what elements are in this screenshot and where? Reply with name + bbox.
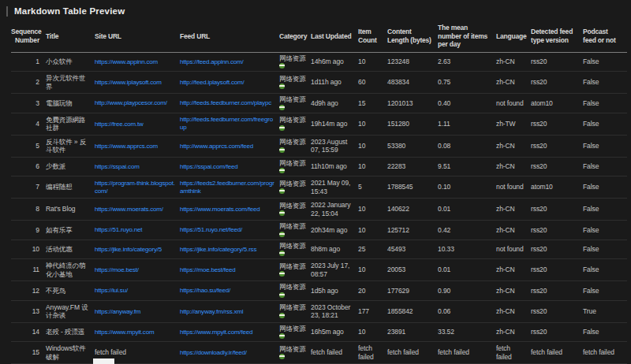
feed-url-link[interactable]: https://downloadly.ir/feed/ xyxy=(180,349,247,357)
feed-url-link[interactable]: https://moe.best/feed xyxy=(180,266,236,274)
site-url-link[interactable]: http://www.playpcesor.com/ xyxy=(95,99,167,107)
col-content-length: Content Length (bytes) xyxy=(387,21,438,52)
site-url-link[interactable]: https://sspai.com xyxy=(95,163,140,171)
site-url-link[interactable]: https://free.com.tw xyxy=(95,121,144,128)
cell-mean-per-day: 0.08 xyxy=(438,135,496,157)
cell-title: 反斗软件 » 反斗软件 xyxy=(46,135,95,157)
cell-item-count: 10 xyxy=(358,157,387,176)
page-title: Markdown Table Preview xyxy=(14,6,125,16)
cell-mean-per-day: 1.11 xyxy=(438,113,496,135)
site-url-link[interactable]: https://51.ruyo.net xyxy=(95,226,142,234)
site-url-link[interactable]: https://moe.best/ xyxy=(95,266,139,274)
cell-mean-per-day: 0.01 xyxy=(438,199,496,221)
cell-seq: 13 xyxy=(11,300,46,322)
cell-feed-url: https://www.moerats.com/feed xyxy=(180,199,279,221)
feed-url-link[interactable]: https://sspai.com/feed xyxy=(180,163,237,171)
green-ball-icon xyxy=(279,63,285,69)
cell-site-url: https://jike.info/category/5 xyxy=(95,240,180,259)
feed-url-link[interactable]: https://www.mpyit.com/feed xyxy=(180,329,252,336)
site-url-link[interactable]: https://program-think.blogspot.com/ xyxy=(95,180,175,195)
cell-seq: 10 xyxy=(11,240,46,259)
cell-feed-url: https://moe.best/feed xyxy=(180,259,279,281)
cell-podcast: False xyxy=(583,322,627,342)
cell-content-length: 23891 xyxy=(387,322,438,342)
cell-seq: 12 xyxy=(11,281,46,301)
cell-podcast: False xyxy=(583,240,627,259)
cell-title: 電腦玩物 xyxy=(46,94,95,113)
green-ball-icon xyxy=(279,105,285,110)
feed-url-link[interactable]: https://feeds2.feedburner.com/programthi… xyxy=(180,180,274,195)
cell-language: fetch failed xyxy=(496,342,531,364)
green-ball-icon xyxy=(279,210,285,216)
cell-mean-per-day: 0.40 xyxy=(438,94,496,113)
cell-category: 网络资源 xyxy=(279,176,311,199)
cell-feed-url: http://feed.iplaysoft.com/ xyxy=(180,72,279,94)
site-url-link[interactable]: https://www.iplaysoft.com xyxy=(95,79,162,87)
cell-last-updated: 16h5m ago xyxy=(311,322,358,342)
feed-url-link[interactable]: http://feed.iplaysoft.com/ xyxy=(180,79,245,87)
site-url-link[interactable]: https://www.apprcs.com xyxy=(95,143,158,150)
green-ball-icon xyxy=(279,333,285,339)
feed-url-link[interactable]: https://feed.appinn.com/ xyxy=(180,58,244,66)
cell-site-url: https://sspai.com xyxy=(95,157,180,176)
cell-feed-type: atom10 xyxy=(531,94,583,113)
site-url-link[interactable]: https://iui.su/ xyxy=(95,287,128,295)
cell-last-updated: 1d11h ago xyxy=(311,72,358,94)
cell-category: 网络资源 xyxy=(279,157,311,176)
cell-seq: 8 xyxy=(11,199,46,221)
cell-title: 如有乐享 xyxy=(46,221,95,240)
cell-language: not found xyxy=(496,240,531,259)
preview-header: Markdown Table Preview xyxy=(0,0,631,21)
col-language: Language xyxy=(496,21,531,52)
cell-feed-type: rss20 xyxy=(531,72,583,94)
cell-feed-url: https://hao.su/feed/ xyxy=(180,281,279,301)
cell-title: 少数派 xyxy=(46,157,95,176)
site-url-link[interactable]: https://www.moerats.com/ xyxy=(95,206,163,214)
cell-language: zh-CN xyxy=(496,199,531,221)
cell-podcast: False xyxy=(583,281,627,301)
cell-last-updated: 2023 October 23, 18:21 xyxy=(311,300,358,322)
cell-seq: 14 xyxy=(11,322,46,342)
cell-title: Anyway.FM 设计杂谈 xyxy=(46,300,95,322)
cell-item-count: 10 xyxy=(358,221,387,240)
table-row: 7 编程随想 https://program-think.blogspot.co… xyxy=(11,176,627,199)
feed-url-link[interactable]: http://www.apprcs.com/feed xyxy=(180,143,253,150)
col-item-count: Item Count xyxy=(358,21,387,52)
feed-url-link[interactable]: https://hao.su/feed/ xyxy=(180,287,230,295)
feed-url-link[interactable]: http://anyway.fm/rss.xml xyxy=(180,308,243,316)
green-ball-icon xyxy=(279,84,285,89)
cell-seq: 7 xyxy=(11,176,46,199)
site-url-link[interactable]: https://www.mpyit.com xyxy=(95,329,154,336)
table-row: 9 如有乐享 https://51.ruyo.net https://51.ru… xyxy=(11,221,627,240)
cell-language: not found xyxy=(496,176,531,199)
feed-url-link[interactable]: https://www.moerats.com/feed xyxy=(180,206,260,214)
col-feed-url: Feed URL xyxy=(180,21,279,52)
cell-seq: 6 xyxy=(11,157,46,176)
table-row: 3 電腦玩物 http://www.playpcesor.com/ http:/… xyxy=(11,94,627,113)
cell-mean-per-day: 0.01 xyxy=(438,259,496,281)
cell-language: zh-TW xyxy=(496,113,531,135)
site-url-link[interactable]: https://www.appinn.com xyxy=(95,58,158,66)
col-category: Category xyxy=(279,21,311,52)
cell-podcast: False xyxy=(583,259,627,281)
green-ball-icon xyxy=(279,147,285,153)
cell-mean-per-day: 10.33 xyxy=(438,240,496,259)
cell-language: zh-CN xyxy=(496,52,531,72)
feed-url-link[interactable]: https://51.ruyo.net/feed/ xyxy=(180,226,242,234)
col-mean-items-per-day: The mean number of items per day xyxy=(438,21,496,52)
cell-seq: 9 xyxy=(11,221,46,240)
feed-url-link[interactable]: http://feeds.feedburner.com/freegroup xyxy=(180,116,274,132)
cell-category: 网络资源 xyxy=(279,221,311,240)
feed-url-link[interactable]: https://jike.info/category/5.rss xyxy=(180,246,256,254)
feed-url-link[interactable]: http://feeds.feedburner.com/playpc xyxy=(180,99,271,107)
site-url-link[interactable]: https://jike.info/category/5 xyxy=(95,246,162,254)
green-ball-icon xyxy=(279,313,285,318)
cell-language: zh-CN xyxy=(496,135,531,157)
cell-category: 网络资源 xyxy=(279,94,311,113)
table-row: 5 反斗软件 » 反斗软件 https://www.apprcs.com htt… xyxy=(11,135,627,157)
site-url-link[interactable]: https://anyway.fm xyxy=(95,308,140,316)
green-ball-icon xyxy=(279,232,285,237)
table-row: 11 神代綺凛の萌化小基地 https://moe.best/ https://… xyxy=(11,259,627,281)
cell-feed-type: rss20 xyxy=(531,259,583,281)
cell-site-url: https://program-think.blogspot.com/ xyxy=(95,176,180,199)
